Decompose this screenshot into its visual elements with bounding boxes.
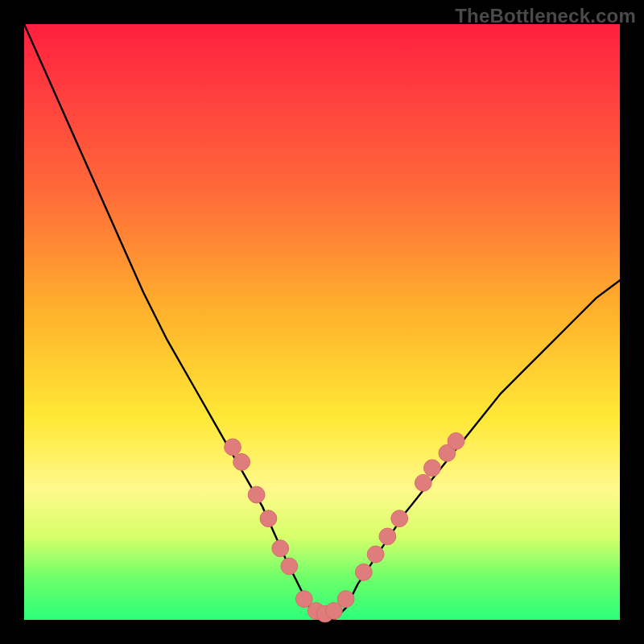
watermark-text: TheBottleneck.com: [455, 5, 636, 27]
data-marker: [379, 528, 396, 545]
data-markers: [225, 433, 464, 622]
chart-svg: [24, 24, 620, 620]
data-marker: [281, 558, 298, 575]
data-marker: [391, 510, 408, 527]
chart-frame: TheBottleneck.com: [0, 0, 644, 644]
data-marker: [448, 433, 464, 450]
data-marker: [260, 510, 277, 527]
data-marker: [272, 540, 289, 557]
data-marker: [415, 474, 431, 491]
data-marker: [355, 564, 372, 580]
data-marker: [337, 591, 354, 608]
data-marker: [233, 454, 250, 471]
data-marker: [367, 546, 384, 563]
bottleneck-curve: [24, 24, 620, 620]
data-marker: [424, 460, 441, 477]
plot-area: [24, 24, 620, 620]
data-marker: [248, 486, 265, 503]
data-marker: [225, 439, 242, 456]
